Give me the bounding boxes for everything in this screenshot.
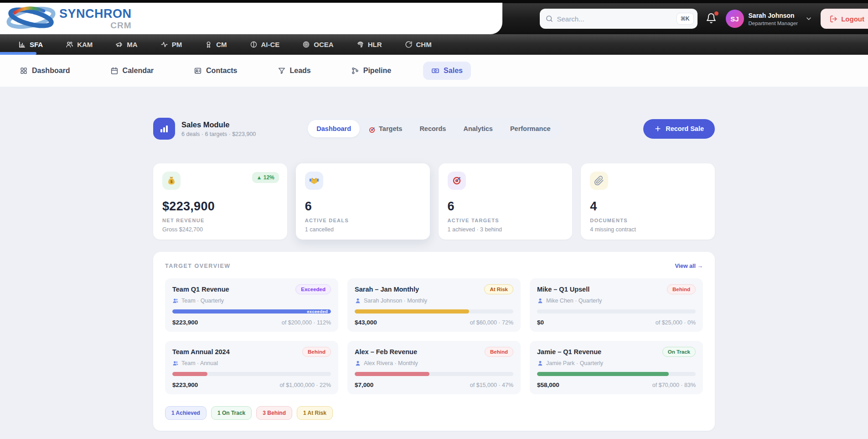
module-nav-item-ocea[interactable]: OCEA (302, 41, 333, 48)
target-current-value: $43,000 (355, 319, 377, 326)
activity-icon (160, 41, 168, 48)
target-title: Team Q1 Revenue (172, 286, 229, 293)
stat-subtext: 1 cancelled (305, 226, 421, 233)
person-icon (355, 360, 361, 366)
module-nav-label: CHM (416, 41, 432, 48)
notifications-button[interactable] (706, 13, 718, 25)
summary-pill-3-behind: 3 Behind (256, 406, 292, 420)
trend-up-badge: ▲ 12% (252, 172, 279, 183)
target-goal-text: of $15,000 · 47% (470, 382, 513, 388)
search-box[interactable]: ⌘K (540, 9, 698, 29)
module-tab-analytics[interactable]: Analytics (455, 120, 501, 137)
module-nav-item-chm[interactable]: CHM (405, 41, 432, 48)
target-card[interactable]: Alex – Feb RevenueBehindAlex Rivera · Mo… (347, 341, 521, 394)
target-card[interactable]: Jamie – Q1 RevenueOn TrackJamie Park · Q… (530, 341, 703, 394)
sub-nav: DashboardCalendarContactsLeadsPipelineSa… (0, 55, 868, 87)
sub-nav-label: Contacts (206, 67, 237, 75)
target-progress-track (172, 372, 331, 376)
target-rings-icon (302, 41, 310, 48)
money-bag-icon: $ (162, 172, 181, 190)
person-icon (355, 298, 361, 304)
module-nav-label: KAM (77, 41, 93, 48)
main-content: Sales Module 6 deals · 6 targets · $223,… (153, 87, 715, 439)
sub-nav-item-sales[interactable]: Sales (423, 62, 471, 80)
target-overview-card: TARGET OVERVIEW View all → Team Q1 Reven… (153, 252, 715, 431)
refresh-icon (405, 41, 413, 48)
target-goal-text: of $25,000 · 0% (656, 319, 696, 326)
bar-chart-solid-icon (153, 118, 175, 140)
sub-nav-label: Sales (444, 67, 463, 75)
target-overview-title: TARGET OVERVIEW (165, 263, 231, 269)
logout-button[interactable]: Logout (821, 9, 868, 29)
target-title: Team Annual 2024 (172, 348, 230, 355)
module-nav-label: PM (172, 41, 182, 48)
target-title: Jamie – Q1 Revenue (537, 348, 601, 355)
target-goal-text: of $1,000,000 · 22% (279, 382, 331, 388)
module-nav-item-ma[interactable]: MA (115, 41, 137, 48)
top-header: SYNCHRON CRM ⌘K SJ Sarah Johnson Departm… (0, 0, 868, 34)
banknote-icon (431, 67, 439, 75)
search-input[interactable] (557, 15, 673, 23)
dart-target-icon (368, 125, 376, 132)
sub-nav-item-calendar[interactable]: Calendar (102, 62, 162, 80)
target-card[interactable]: Team Q1 RevenueExceededTeam · Quarterlye… (165, 278, 338, 332)
brand-logo[interactable]: SYNCHRON CRM (5, 5, 132, 32)
module-nav-item-ai-ce[interactable]: AI-CE (250, 41, 280, 48)
module-nav-label: OCEA (314, 41, 333, 48)
funnel-icon (278, 67, 286, 75)
target-status-badge: Exceeded (295, 284, 331, 294)
logout-label: Logout (841, 15, 864, 23)
module-nav-item-kam[interactable]: KAM (66, 41, 93, 48)
user-role: Department Manager (749, 21, 798, 26)
award-icon (205, 41, 212, 48)
module-nav-item-pm[interactable]: PM (160, 41, 182, 48)
module-tabs: DashboardTargetsRecordsAnalyticsPerforma… (306, 118, 561, 139)
module-nav-label: HLR (368, 41, 382, 48)
module-nav-label: MA (127, 41, 137, 48)
brand-sub: CRM (59, 21, 132, 30)
sub-nav-label: Pipeline (363, 67, 391, 75)
module-tab-targets[interactable]: Targets (360, 120, 411, 137)
sub-nav-item-contacts[interactable]: Contacts (186, 62, 245, 80)
module-nav-item-hlr[interactable]: HLR (356, 41, 382, 48)
stat-value: 6 (448, 199, 563, 214)
view-all-link[interactable]: View all → (675, 263, 703, 269)
module-nav-item-cm[interactable]: CM (205, 41, 227, 48)
target-title: Alex – Feb Revenue (355, 348, 417, 355)
target-current-value: $223,900 (172, 319, 198, 326)
user-name: Sarah Johnson (749, 12, 798, 19)
target-owner: Team · Annual (172, 360, 331, 366)
target-owner-label: Alex Rivera · Monthly (364, 360, 418, 366)
module-tab-performance[interactable]: Performance (501, 120, 559, 137)
people-icon (172, 298, 179, 304)
person-icon (537, 360, 543, 366)
stat-subtext: 1 achieved · 3 behind (448, 226, 563, 233)
record-sale-button[interactable]: Record Sale (643, 119, 715, 139)
target-card[interactable]: Team Annual 2024BehindTeam · Annual$223,… (165, 341, 338, 394)
handshake-icon (305, 172, 323, 190)
sub-nav-item-leads[interactable]: Leads (269, 62, 319, 80)
stat-label: NET REVENUE (162, 218, 278, 223)
brand-name: SYNCHRON (59, 8, 132, 20)
target-goal-text: of $200,000 · 112% (282, 319, 331, 326)
module-tab-label: Analytics (463, 125, 492, 132)
ai-circle-icon (250, 41, 258, 48)
module-tab-records[interactable]: Records (411, 120, 455, 137)
target-card[interactable]: Mike – Q1 UpsellBehindMike Chen · Quarte… (530, 278, 703, 332)
module-tab-dashboard[interactable]: Dashboard (308, 120, 360, 137)
sub-nav-item-pipeline[interactable]: Pipeline (343, 62, 399, 80)
target-owner-label: Mike Chen · Quarterly (546, 298, 602, 304)
sub-nav-item-dashboard[interactable]: Dashboard (11, 62, 78, 80)
targets-grid: Team Q1 RevenueExceededTeam · Quarterlye… (165, 278, 703, 394)
user-menu[interactable]: SJ Sarah Johnson Department Manager (726, 10, 813, 28)
target-progress-fill: exceeded (172, 309, 331, 314)
stat-label: ACTIVE DEALS (305, 218, 421, 223)
target-goal-text: of $60,000 · 72% (470, 319, 513, 326)
record-sale-label: Record Sale (666, 125, 704, 132)
summary-pill-1-at-risk: 1 At Risk (297, 406, 333, 420)
target-card[interactable]: Sarah – Jan MonthlyAt RiskSarah Johnson … (347, 278, 521, 332)
module-nav-item-sfa[interactable]: SFA (18, 41, 43, 48)
target-progress-track (355, 309, 513, 314)
target-progress-fill (355, 309, 469, 314)
stat-value: 4 (590, 199, 706, 214)
